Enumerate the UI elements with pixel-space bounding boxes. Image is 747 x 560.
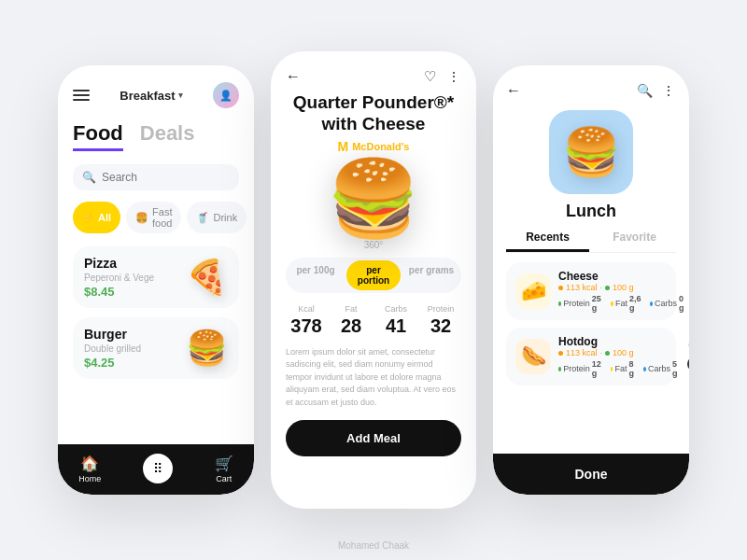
tab-favorite[interactable]: Favorite — [593, 231, 676, 252]
fat-label: Fat — [615, 299, 627, 308]
hotdog-macros: Protein 12 g Fat 8 g Carbs 5 g — [558, 359, 680, 378]
phone2-header: ← ♡ ⋮ — [286, 68, 461, 85]
meal-card-hotdog[interactable]: 🌭 Hotdog 113 kcal · 100 g Protein 12 g — [506, 328, 676, 385]
breakfast-label: Breakfast — [120, 89, 175, 103]
hotdog-bookmark-icon[interactable]: 🔖 — [687, 343, 689, 356]
nutrition-protein: Protein 32 — [420, 304, 461, 337]
protein-label: Protein — [420, 304, 461, 314]
phone3-header: ← 🔍 ⋮ — [506, 82, 676, 99]
protein-dot — [558, 301, 561, 306]
food-card-burger[interactable]: Burger Double grilled $4.25 🍔 — [73, 317, 239, 379]
product-title: Quarter Pounder®*with Cheese — [286, 92, 461, 135]
nutrition-row: Kcal 378 Fat 28 Carbs 41 Protein 32 — [286, 304, 461, 337]
tab-deals[interactable]: Deals — [140, 121, 195, 151]
fat-label: Fat — [331, 304, 372, 314]
phone1-header: Breakfast ▾ 👤 — [73, 82, 239, 108]
search-input[interactable] — [102, 171, 230, 184]
filter-chips: ⚡ All 🍔 Fast food 🥤 Drink — [73, 202, 239, 233]
phone-2: ← ♡ ⋮ Quarter Pounder®*with Cheese M McD… — [271, 51, 476, 509]
carbs-label: Carbs — [655, 299, 677, 308]
product-image: 🍔 — [327, 161, 420, 236]
back-arrow-icon[interactable]: ← — [286, 68, 301, 85]
pizza-sub: Peperoni & Vege — [84, 273, 186, 283]
search-bar[interactable]: 🔍 — [73, 164, 239, 190]
chip-all-label: All — [98, 212, 111, 223]
tab-food[interactable]: Food — [73, 121, 123, 151]
kcal-dot — [558, 286, 563, 290]
brand-logo-icon: M — [338, 139, 349, 154]
back-arrow-icon-p3[interactable]: ← — [506, 82, 521, 99]
phone-1: Breakfast ▾ 👤 Food Deals 🔍 ⚡ All 🍔 Fast … — [58, 65, 254, 495]
hotdog-bookmark: 🔖 2 — [687, 343, 689, 371]
portion-tabs: per 100g per portion per grams — [286, 258, 461, 293]
tab-recents[interactable]: Recents — [506, 231, 589, 252]
chip-fast-food[interactable]: 🍔 Fast food — [126, 202, 181, 233]
fastfood-icon: 🍔 — [135, 212, 148, 224]
avatar[interactable]: 👤 — [213, 82, 239, 108]
burger-price: $4.25 — [84, 356, 186, 370]
meal-tabs: Recents Favorite — [506, 231, 676, 253]
tab-per-grams[interactable]: per grams — [404, 260, 458, 290]
fat-value: 2,6 g — [629, 294, 642, 313]
cart-label: Cart — [216, 474, 232, 483]
hamburger-menu-icon[interactable] — [73, 90, 90, 101]
main-tabs: Food Deals — [73, 121, 239, 151]
carbs-value: 0 g — [679, 294, 686, 313]
protein-value: 25 g — [592, 294, 603, 313]
chip-drink-label: Drink — [213, 212, 237, 223]
weight-dot-h — [605, 351, 610, 356]
cheese-macros: Protein 25 g Fat 2,6 g Carbs 0 g — [558, 294, 686, 313]
nav-cart[interactable]: 🛒 Cart — [215, 455, 233, 483]
chip-drink[interactable]: 🥤 Drink — [187, 202, 247, 233]
burger-name: Burger — [84, 327, 186, 342]
lunch-image-bg: 🍔 — [549, 110, 633, 194]
hotdog-carbs-label: Carbs — [648, 364, 670, 373]
hotdog-badge: 2 — [687, 357, 689, 371]
brand-label: M McDonald's — [286, 139, 461, 154]
nav-home[interactable]: 🏠 Home — [78, 455, 101, 483]
product-description: Lorem ipsum dolor sit amet, consectetur … — [286, 346, 461, 410]
chip-all[interactable]: ⚡ All — [73, 202, 120, 233]
chip-fastfood-label: Fast food — [152, 206, 172, 229]
favorite-icon[interactable]: ♡ — [424, 68, 436, 85]
pizza-price: $8.45 — [84, 285, 186, 299]
burger-emoji: 🍔 — [186, 331, 228, 365]
phone2-action-icons: ♡ ⋮ — [424, 68, 461, 85]
tab-per-100g[interactable]: per 100g — [289, 260, 343, 290]
more-options-icon-p3[interactable]: ⋮ — [662, 83, 676, 98]
filter-icon: ⚡ — [82, 212, 95, 224]
brand-name: McDonald's — [352, 141, 409, 152]
phone3-action-icons: 🔍 ⋮ — [637, 83, 676, 98]
search-icon-p3[interactable]: 🔍 — [637, 83, 653, 98]
more-options-icon[interactable]: ⋮ — [447, 69, 461, 84]
phone-3: ← 🔍 ⋮ 🍔 Lunch Recents Favorite 🧀 Cheese — [493, 65, 689, 495]
protein-label: Protein — [563, 299, 590, 308]
hotdog-fat-dot — [611, 367, 613, 371]
weight-dot — [605, 286, 610, 290]
bottom-nav: 🏠 Home ⠿ 🛒 Cart — [58, 444, 254, 495]
rotation-label: 360° — [286, 240, 461, 250]
hotdog-fat-label: Fat — [614, 364, 627, 373]
lunch-image: 🍔 — [562, 125, 620, 179]
search-icon: 🔍 — [82, 171, 96, 184]
carbs-dot — [650, 301, 653, 306]
drink-icon: 🥤 — [196, 212, 209, 224]
watermark: Mohamed Chaak — [338, 540, 409, 551]
chevron-down-icon: ▾ — [178, 91, 183, 100]
add-meal-button[interactable]: Add Meal — [286, 420, 461, 456]
nav-menu[interactable]: ⠿ — [143, 454, 173, 483]
pizza-name: Pizza — [84, 256, 186, 271]
carbs-macro: Carbs 0 g — [650, 294, 686, 313]
meal-card-cheese[interactable]: 🧀 Cheese 113 kcal · 100 g Protein 25 g — [506, 262, 676, 320]
home-icon: 🏠 — [80, 455, 99, 472]
breakfast-selector[interactable]: Breakfast ▾ — [120, 89, 182, 103]
cheese-icon: 🧀 — [521, 279, 546, 303]
tab-per-portion[interactable]: per portion — [346, 260, 401, 290]
food-card-pizza[interactable]: Pizza Peperoni & Vege $8.45 🍕 — [73, 246, 239, 308]
hotdog-carbs-dot — [643, 367, 646, 371]
done-button[interactable]: Done — [493, 454, 689, 495]
menu-dot: ⠿ — [143, 454, 173, 483]
pizza-info: Pizza Peperoni & Vege $8.45 — [84, 256, 186, 299]
fat-value: 28 — [331, 315, 372, 337]
cart-icon: 🛒 — [215, 455, 233, 472]
